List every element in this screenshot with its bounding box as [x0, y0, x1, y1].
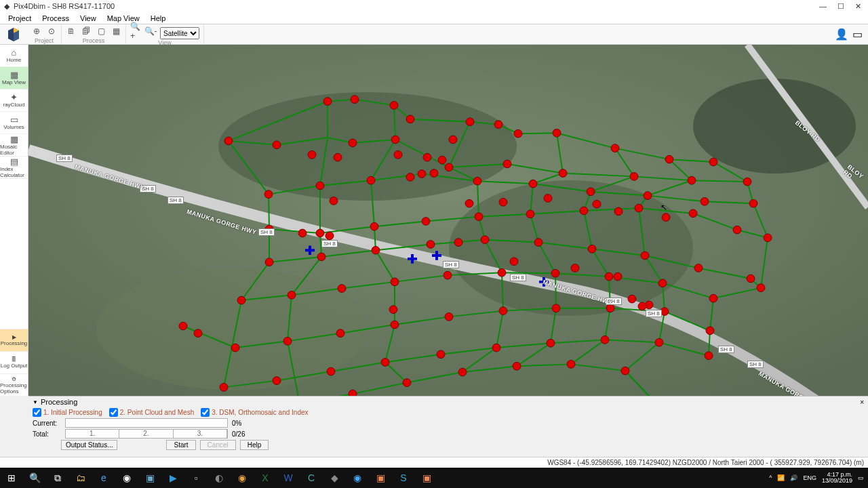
- sidebar-bottom-processing-options[interactable]: ⚙Processing Options: [0, 373, 28, 396]
- explorer-icon[interactable]: 🗂: [69, 468, 92, 488]
- image-point[interactable]: [605, 272, 613, 281]
- image-point[interactable]: [567, 361, 575, 369]
- app-icon-2[interactable]: ▶: [161, 468, 184, 488]
- image-point[interactable]: [445, 313, 453, 321]
- word-icon[interactable]: W: [277, 468, 300, 488]
- app-icon-9[interactable]: ▣: [369, 468, 392, 488]
- image-point[interactable]: [336, 329, 344, 338]
- sidebar-item-volumes[interactable]: ▭Volumes: [0, 112, 28, 134]
- gcp-marker[interactable]: [408, 254, 417, 264]
- image-point[interactable]: [265, 258, 273, 266]
- image-point[interactable]: [513, 362, 521, 370]
- image-point[interactable]: [709, 158, 717, 166]
- gcp-marker[interactable]: [432, 251, 441, 260]
- close-panel-icon[interactable]: ×: [860, 399, 864, 406]
- image-point[interactable]: [743, 178, 751, 186]
- image-point[interactable]: [621, 367, 629, 375]
- task-view-icon[interactable]: ⧉: [46, 468, 69, 488]
- image-point[interactable]: [733, 226, 741, 234]
- image-point[interactable]: [381, 359, 389, 367]
- menu-process[interactable]: Process: [37, 14, 75, 22]
- output-status-button[interactable]: Output Status...: [61, 440, 117, 450]
- image-point[interactable]: [237, 296, 245, 304]
- image-point[interactable]: [689, 209, 697, 218]
- app-icon-4[interactable]: ◐: [208, 468, 231, 488]
- menu-mapview[interactable]: Map View: [102, 14, 145, 22]
- image-point[interactable]: [526, 210, 534, 218]
- start-button[interactable]: Start: [166, 440, 195, 450]
- image-point[interactable]: [390, 102, 398, 110]
- image-point[interactable]: [757, 284, 765, 292]
- save-icon[interactable]: 🗐: [81, 26, 92, 37]
- image-point[interactable]: [422, 218, 430, 226]
- sidebar-bottom-log-output[interactable]: ≣Log Output: [0, 351, 28, 373]
- image-point[interactable]: [351, 96, 359, 104]
- image-point[interactable]: [503, 160, 511, 168]
- image-point[interactable]: [658, 279, 667, 287]
- image-point[interactable]: [559, 169, 567, 178]
- menu-view[interactable]: View: [75, 14, 102, 22]
- zoom-in-icon[interactable]: 🔍+: [130, 26, 141, 37]
- image-point[interactable]: [638, 302, 646, 310]
- image-point[interactable]: [316, 229, 324, 237]
- image-point[interactable]: [273, 377, 281, 385]
- image-point[interactable]: [628, 295, 636, 303]
- image-point[interactable]: [764, 234, 772, 242]
- image-point[interactable]: [288, 291, 296, 299]
- app-icon-10[interactable]: ▣: [415, 468, 438, 488]
- cancel-button[interactable]: Cancel: [200, 440, 236, 450]
- opt-initial[interactable]: 1. Initial Processing: [33, 408, 102, 417]
- image-point[interactable]: [465, 199, 473, 207]
- image-point[interactable]: [326, 232, 334, 240]
- image-point[interactable]: [391, 136, 399, 144]
- tray-vol-icon[interactable]: 🔊: [790, 474, 797, 481]
- help-button[interactable]: Help: [240, 440, 269, 450]
- image-point[interactable]: [571, 264, 579, 272]
- image-point[interactable]: [662, 214, 670, 222]
- image-point[interactable]: [367, 176, 375, 184]
- image-point[interactable]: [706, 327, 714, 335]
- image-point[interactable]: [338, 285, 346, 293]
- basemap-select[interactable]: Satellite: [160, 27, 199, 39]
- collapse-icon[interactable]: ▼: [33, 399, 38, 405]
- image-point[interactable]: [688, 176, 696, 184]
- sidebar-item-home[interactable]: ⌂Home: [0, 45, 28, 67]
- image-point[interactable]: [370, 222, 378, 230]
- sidebar-item-raycloud[interactable]: ✦rayCloud: [0, 89, 28, 112]
- ie-icon[interactable]: e: [92, 468, 115, 488]
- image-point[interactable]: [430, 169, 438, 178]
- image-point[interactable]: [298, 229, 307, 237]
- image-point[interactable]: [406, 174, 414, 182]
- app-icon-5[interactable]: ◉: [231, 468, 254, 488]
- image-point[interactable]: [601, 336, 609, 344]
- image-point[interactable]: [231, 344, 239, 352]
- image-point[interactable]: [534, 239, 542, 247]
- image-point[interactable]: [264, 190, 273, 199]
- image-point[interactable]: [334, 153, 342, 161]
- start-button[interactable]: ⊞: [0, 468, 23, 488]
- app-icon-7[interactable]: ◆: [323, 468, 346, 488]
- app-icon-8[interactable]: ◉: [346, 468, 369, 488]
- image-point[interactable]: [547, 339, 555, 347]
- image-point[interactable]: [614, 207, 623, 216]
- tray-lang[interactable]: ENG: [803, 474, 816, 481]
- maximize-button[interactable]: ☐: [837, 2, 844, 11]
- sidebar-item-map-view[interactable]: ▦Map View: [0, 67, 28, 89]
- image-point[interactable]: [194, 329, 202, 338]
- image-point[interactable]: [394, 150, 402, 159]
- image-point[interactable]: [481, 236, 489, 244]
- image-point[interactable]: [349, 139, 357, 147]
- image-point[interactable]: [694, 264, 703, 272]
- image-point[interactable]: [445, 163, 453, 171]
- image-point[interactable]: [587, 188, 595, 196]
- image-point[interactable]: [510, 258, 518, 266]
- options-icon[interactable]: ▭: [852, 28, 863, 41]
- image-point[interactable]: [709, 294, 717, 302]
- image-point[interactable]: [349, 390, 357, 396]
- image-point[interactable]: [749, 199, 757, 207]
- excel-icon[interactable]: X: [254, 468, 277, 488]
- image-point[interactable]: [498, 268, 506, 277]
- image-point[interactable]: [529, 180, 537, 188]
- grid-icon[interactable]: ▦: [111, 26, 121, 37]
- search-icon[interactable]: 🔍: [23, 468, 46, 488]
